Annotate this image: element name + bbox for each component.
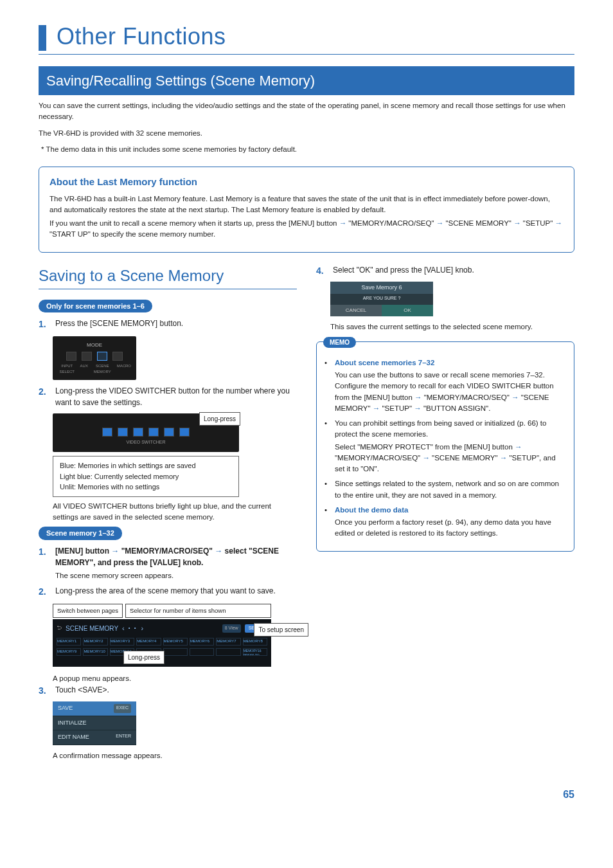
step-1b-text: [MENU] button → "MEMORY/MACRO/SEQ" → sel… xyxy=(55,545,297,581)
fig-mode-label: MODE xyxy=(58,341,131,349)
b1-d: "SETUP" xyxy=(380,404,414,412)
bullet-dot: • xyxy=(324,478,331,501)
fig-button-row xyxy=(58,352,131,361)
arrow-icon: → xyxy=(436,219,444,227)
fig-label: MACRO xyxy=(117,363,131,375)
b1-e: "BUTTON ASSIGN". xyxy=(422,404,491,412)
legend-unlit: Unlit: Memories with no settings xyxy=(60,482,232,493)
ctx-initialize: INITIALIZE xyxy=(53,716,136,731)
accent-bar xyxy=(39,25,46,51)
ctx-edit-name: EDIT NAMEENTER xyxy=(53,730,136,745)
step-number: 4. xyxy=(316,264,328,278)
legend-blue: Blue: Memories in which settings are sav… xyxy=(60,460,232,471)
scene-row-1: MEMORY1 MEMORY2 MEMORY3 MEMORY4 MEMORY5 … xyxy=(57,638,267,646)
intro-text: You can save the current settings, inclu… xyxy=(39,100,574,123)
ctx-save: SAVEEXEC xyxy=(53,701,136,716)
arrow-icon: → xyxy=(339,219,347,227)
memory-cell: MEMORY10 xyxy=(83,648,107,656)
fig-labels: INPUT SELECT AUX SCENE MEMORY MACRO xyxy=(58,363,131,375)
legend-lightblue: Light blue: Currently selected memory xyxy=(60,471,232,482)
arrow-icon: → xyxy=(215,547,222,556)
step-2b: 2. Long-press the area of the scene memo… xyxy=(39,585,297,599)
memory-cell: MEMORY5 xyxy=(163,638,188,646)
video-switcher-figure: Long-press VIDEO SWITCHER xyxy=(53,413,239,452)
step-number: 2. xyxy=(39,585,50,599)
scene-header: ⮌ SCENE MEMORY ‹ • • › 8 View SETUP xyxy=(57,623,267,634)
arrow-icon: → xyxy=(422,454,430,462)
context-menu-figure: SAVEEXEC INITIALIZE EDIT NAMEENTER xyxy=(53,701,136,745)
b2-c: "MEMORY/MACRO/SEQ" xyxy=(335,454,422,462)
bullet-2-text: You can prohibit settings from being sav… xyxy=(335,418,566,440)
enter-label: ENTER xyxy=(116,733,131,742)
exec-badge: EXEC xyxy=(114,704,131,713)
selector-items-label: Selector for number of items shown xyxy=(125,604,271,618)
arrow-icon: → xyxy=(500,454,508,462)
arrow-icon: → xyxy=(555,219,563,227)
memory-cell: MEMORY16PRESS TO EDIT xyxy=(243,648,267,656)
page-dots: • • xyxy=(129,624,138,632)
step-4: 4. Select "OK" and press the [VALUE] kno… xyxy=(316,264,574,278)
dialog-title: Save Memory 6 xyxy=(330,282,433,294)
memory-cell xyxy=(216,648,240,656)
about-p2-c: "SCENE MEMORY" xyxy=(443,219,513,227)
memo-tag: MEMO xyxy=(323,337,356,348)
mem-label: MEMORY16 xyxy=(244,649,262,653)
ctx-edit-label: EDIT NAME xyxy=(58,733,89,742)
b1-b: "MEMORY/MACRO/SEQ" xyxy=(422,393,512,401)
step-number: 1. xyxy=(39,545,50,581)
step-2-text: Long-press the VIDEO SWITCHER button for… xyxy=(55,385,297,408)
memory-cell: MEMORY1 xyxy=(57,638,81,646)
about-p2-d: "SETUP" xyxy=(521,219,555,227)
legend-box: Blue: Memories in which settings are sav… xyxy=(53,456,239,497)
left-column: Saving to a Scene Memory Only for scene … xyxy=(39,264,297,762)
mode-button xyxy=(82,352,92,361)
memory-cell: MEMORY6 xyxy=(190,638,214,646)
intro-text-2: The VR-6HD is provided with 32 scene mem… xyxy=(39,128,574,139)
section-title-bar: Saving/Recalling Settings (Scene Memory) xyxy=(39,66,574,95)
memory-cell: MEMORY3 xyxy=(110,638,134,646)
longpress-callout: Long-press xyxy=(123,651,164,664)
switcher-label: VIDEO SWITCHER xyxy=(58,439,234,446)
chapter-header: Other Functions xyxy=(39,19,574,55)
fig-label: INPUT SELECT xyxy=(58,363,76,375)
step-2b-text: Long-press the area of the scene memory … xyxy=(55,585,297,599)
pill-only-1-6: Only for scene memories 1–6 xyxy=(39,300,152,313)
about-p2-e: "START UP" to specify the scene memory n… xyxy=(49,230,215,238)
subsection-title: Saving to a Scene Memory xyxy=(39,264,297,289)
pill-1-32: Scene memory 1–32 xyxy=(39,527,122,540)
arrow-icon: → xyxy=(414,393,422,401)
chevron-left-icon: ‹ xyxy=(122,623,125,634)
scene-screen: ⮌ SCENE MEMORY ‹ • • › 8 View SETUP MEMO… xyxy=(53,619,271,667)
right-column: 4. Select "OK" and press the [VALUE] kno… xyxy=(316,264,574,762)
memo-box: MEMO • About scene memories 7–32 You can… xyxy=(316,341,574,552)
switcher-row xyxy=(58,428,234,437)
step-4-text: Select "OK" and press the [VALUE] knob. xyxy=(333,264,574,278)
save-dialog-figure: Save Memory 6 ARE YOU SURE ? CANCEL OK xyxy=(330,282,433,316)
chapter-title: Other Functions xyxy=(57,19,226,54)
view-selector: 8 View xyxy=(222,624,241,633)
two-column-layout: Saving to a Scene Memory Only for scene … xyxy=(39,264,574,762)
arrow-icon: → xyxy=(373,404,380,412)
memory-cell: MEMORY7 xyxy=(216,638,240,646)
step-3: 3. Touch <SAVE>. xyxy=(39,684,297,698)
footnote: * The demo data in this unit includes so… xyxy=(39,144,574,155)
switcher-button xyxy=(102,428,112,437)
bullet-2-body: Select "MEMORY PROTECT" from the [MENU] … xyxy=(335,442,566,475)
memory-cell xyxy=(190,648,214,656)
about-p2-b: "MEMORY/MACRO/SEQ" xyxy=(346,219,436,227)
bullet-1-title: About scene memories 7–32 xyxy=(335,357,434,368)
chevron-right-icon: › xyxy=(141,623,144,634)
step-2-sub: All VIDEO SWITCHER buttons briefly light… xyxy=(53,501,297,523)
about-p2-a: If you want the unit to recall a scene m… xyxy=(49,219,339,227)
bullet-1-body: You can use the buttons to save or recal… xyxy=(335,370,566,414)
step-3-text: Touch <SAVE>. xyxy=(55,684,297,698)
bullet-dot: • xyxy=(324,357,331,368)
scene-title: SCENE MEMORY xyxy=(66,624,118,633)
mode-button xyxy=(112,352,123,361)
longpress-callout: Long-press xyxy=(199,412,240,426)
bullet-dot: • xyxy=(324,418,331,440)
b2-b: Select "MEMORY PROTECT" from the [MENU] … xyxy=(335,443,515,451)
b2-d: "SCENE MEMORY" xyxy=(430,454,500,462)
about-p1: The VR-6HD has a built-in Last Memory fe… xyxy=(49,194,564,216)
ok-button: OK xyxy=(382,305,433,316)
